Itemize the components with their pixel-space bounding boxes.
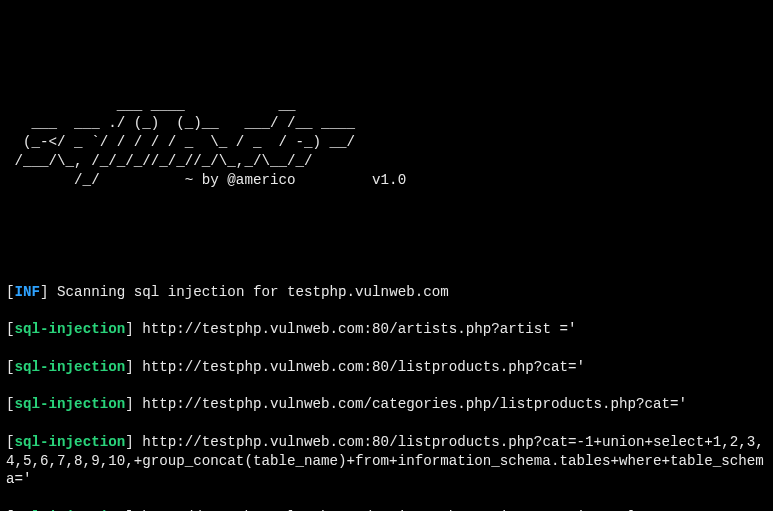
blank-line <box>6 246 767 265</box>
blank-line <box>6 208 767 227</box>
bracket-close: ] <box>125 359 134 375</box>
finding-url: http://testphp.vulnweb.com:80/artists.ph… <box>134 321 577 337</box>
bracket-open: [ <box>6 434 15 450</box>
bracket-open: [ <box>6 396 15 412</box>
finding-line: [sql-injection] http://testphp.vulnweb.c… <box>6 433 767 489</box>
finding-line: [sql-injection] http://testphp.vulnweb.c… <box>6 320 767 339</box>
finding-line: [sql-injection] http://testphp.vulnweb.c… <box>6 358 767 377</box>
bracket-close: ] <box>125 396 134 412</box>
terminal-output: ___ ____ __ ___ ___ ./ (_) (_)__ ___/ /_… <box>0 75 773 511</box>
info-line: [INF] Scanning sql injection for testphp… <box>6 283 767 302</box>
bracket-open: [ <box>6 284 15 300</box>
ascii-banner: ___ ____ __ ___ ___ ./ (_) (_)__ ___/ /_… <box>6 96 767 190</box>
finding-line: [sql-injection] http://testphp.vulnweb.c… <box>6 395 767 414</box>
bracket-close: ] <box>40 284 49 300</box>
info-text: Scanning sql injection for testphp.vulnw… <box>49 284 449 300</box>
tag-inf: INF <box>15 284 41 300</box>
bracket-open: [ <box>6 359 15 375</box>
tag-sql-injection: sql-injection <box>15 321 126 337</box>
finding-url: http://testphp.vulnweb.com:80/listproduc… <box>134 359 585 375</box>
tag-sql-injection: sql-injection <box>15 434 126 450</box>
tag-sql-injection: sql-injection <box>15 396 126 412</box>
finding-url: http://testphp.vulnweb.com/categories.ph… <box>134 396 687 412</box>
bracket-close: ] <box>125 434 134 450</box>
bracket-open: [ <box>6 321 15 337</box>
tag-sql-injection: sql-injection <box>15 359 126 375</box>
bracket-close: ] <box>125 321 134 337</box>
